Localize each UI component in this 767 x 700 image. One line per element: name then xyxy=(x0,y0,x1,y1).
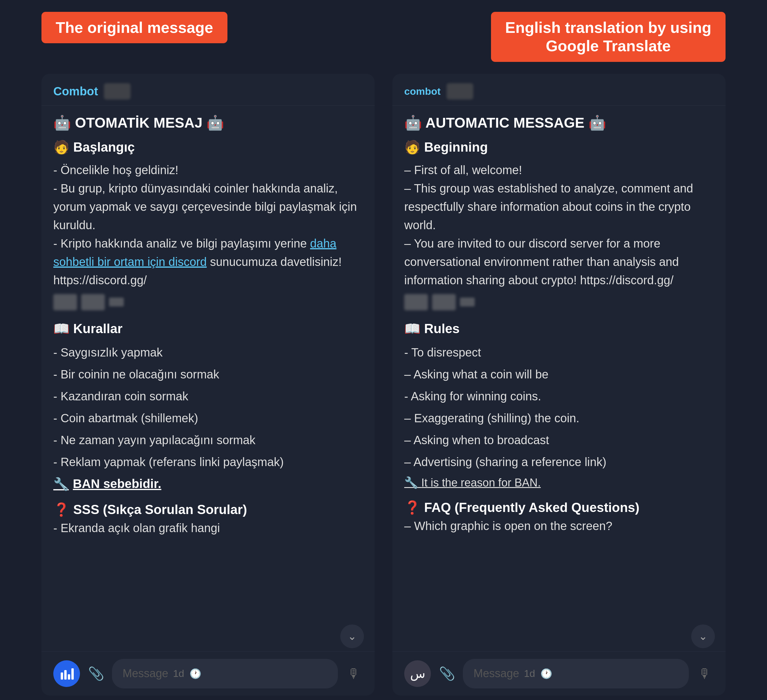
faq-section-right: ❓ FAQ (Frequently Asked Questions) – Whi… xyxy=(404,500,714,533)
blur-block-1 xyxy=(53,294,77,310)
rule-1-left: - Saygısızlık yapmak xyxy=(53,342,363,363)
attach-icon-left[interactable]: 📎 xyxy=(87,665,105,682)
message-input-area-left: 📎 Message 1d 🕐 🎙 xyxy=(87,659,363,689)
panel-header-left: Combot xyxy=(41,74,375,106)
scroll-down-button-left[interactable]: ⌄ xyxy=(340,625,364,648)
panel-content-right: 🤖 AUTOMATIC MESSAGE 🤖 🧑 Beginning – Firs… xyxy=(392,106,726,651)
message-title-left: 🤖 OTOMATİK MESAJ 🤖 xyxy=(53,115,363,131)
rules-section-right: 📖 Rules - To disrespect – Asking what a … xyxy=(404,321,714,489)
beginning-line-3: - Kripto hakkında analiz ve bilgi paylaş… xyxy=(53,237,307,250)
ban-label-right: It is the reason for BAN. xyxy=(422,476,541,489)
faq-line-right: – Which graphic is open on the screen? xyxy=(404,519,714,533)
beginning-body-left: - Öncelikle hoş geldiniz! - Bu grup, kri… xyxy=(53,161,363,289)
rules-section-left: 📖 Kurallar - Saygısızlık yapmak - Bir co… xyxy=(53,321,363,491)
rules-heading-left: 📖 Kurallar xyxy=(53,321,363,336)
panel-footer-right: س 📎 Message 1d 🕐 🎙 xyxy=(392,651,726,695)
rule-6-left: - Reklam yapmak (referans linki paylaşma… xyxy=(53,452,363,472)
rule-5-left: - Ne zaman yayın yapılacağını sormak xyxy=(53,430,363,450)
blurred-images-right xyxy=(404,294,714,310)
rules-heading-right: 📖 Rules xyxy=(404,321,714,336)
blur-block-r1 xyxy=(404,294,428,310)
blurred-images-left xyxy=(53,294,363,310)
beginning-line-1-right: – First of all, welcome! xyxy=(404,161,714,179)
message-input-right[interactable]: Message 1d 🕐 xyxy=(463,659,689,689)
ban-icon-left: 🔧 xyxy=(53,477,69,491)
faq-heading-right: ❓ FAQ (Frequently Asked Questions) xyxy=(404,500,714,515)
message-input-area-right: 📎 Message 1d 🕐 🎙 xyxy=(438,659,714,689)
rule-2-right: – Asking what a coin will be xyxy=(404,364,714,384)
avatar-blur-right xyxy=(447,83,473,100)
input-placeholder-right: Message xyxy=(474,667,519,680)
avatar-blur-left xyxy=(104,83,130,100)
rules-list-right: - To disrespect – Asking what a coin wil… xyxy=(404,342,714,472)
beginning-line-1: - Öncelikle hoş geldiniz! xyxy=(53,164,178,177)
ban-text-left: 🔧 BAN sebebidir. xyxy=(53,477,363,491)
panel-footer-left: 📎 Message 1d 🕐 🎙 xyxy=(41,651,375,695)
mic-icon-right[interactable]: 🎙 xyxy=(696,665,714,682)
ban-text-right: 🔧 It is the reason for BAN. xyxy=(404,476,714,489)
blur-block-3 xyxy=(109,298,124,307)
beginning-line-2: - Bu grup, kripto dünyasındaki coinler h… xyxy=(53,182,357,232)
clock-icon-left: 🕐 xyxy=(186,665,204,682)
blur-block-2 xyxy=(81,294,105,310)
beginning-body-right: – First of all, welcome! – This group wa… xyxy=(404,161,714,289)
svg-rect-2 xyxy=(68,674,70,679)
blur-block-r2 xyxy=(432,294,456,310)
beginning-heading-left: 🧑 Başlangıç xyxy=(53,140,363,155)
panel-header-right: combot xyxy=(392,74,726,106)
faq-section-left: ❓ SSS (Sıkça Sorulan Sorular) - Ekranda … xyxy=(53,502,363,535)
input-time-right: 1d xyxy=(524,668,535,679)
ban-icon-right: 🔧 xyxy=(404,476,418,489)
panel-content-left: 🤖 OTOMATİK MESAJ 🤖 🧑 Başlangıç - Öncelik… xyxy=(41,106,375,651)
ban-label-left: BAN sebebidir. xyxy=(73,477,161,491)
panels-container: Combot 🤖 OTOMATİK MESAJ 🤖 🧑 Başlangıç - … xyxy=(18,74,749,695)
top-labels-container: The original message combot English tran… xyxy=(18,12,749,62)
rule-1-right: - To disrespect xyxy=(404,342,714,363)
message-title-right: 🤖 AUTOMATIC MESSAGE 🤖 xyxy=(404,115,714,131)
beginning-line-2-right: – This group was established to analyze,… xyxy=(404,179,714,234)
rule-4-left: - Coin abartmak (shillemek) xyxy=(53,408,363,428)
beginning-section-left: 🧑 Başlangıç - Öncelikle hoş geldiniz! - … xyxy=(53,140,363,310)
svg-rect-1 xyxy=(64,670,67,679)
beginning-line-3-right: – You are invited to our discord server … xyxy=(404,234,714,289)
rule-4-right: – Exaggerating (shilling) the coin. xyxy=(404,408,714,428)
rule-3-right: - Asking for winning coins. xyxy=(404,386,714,406)
input-time-left: 1d xyxy=(173,668,184,679)
mic-icon-left[interactable]: 🎙 xyxy=(345,665,363,682)
sender-name-left: Combot xyxy=(53,85,98,98)
rule-3-left: - Kazandıran coin sormak xyxy=(53,386,363,406)
translation-panel: combot 🤖 AUTOMATIC MESSAGE 🤖 🧑 Beginning… xyxy=(392,74,726,695)
footer-avatar-right: س xyxy=(404,660,431,687)
sender-name-right: combot xyxy=(404,86,441,97)
translation-label: combot English translation by usingGoogl… xyxy=(491,12,726,62)
clock-icon-right: 🕐 xyxy=(538,665,555,682)
faq-title-right: ❓ FAQ (Frequently Asked Questions) xyxy=(404,500,640,515)
beginning-heading-right: 🧑 Beginning xyxy=(404,140,714,155)
attach-icon-right[interactable]: 📎 xyxy=(438,665,456,682)
svg-rect-0 xyxy=(61,673,63,679)
beginning-section-right: 🧑 Beginning – First of all, welcome! – T… xyxy=(404,140,714,310)
original-label: The original message xyxy=(41,12,228,43)
faq-title-left: ❓ SSS (Sıkça Sorulan Sorular) xyxy=(53,502,247,517)
rule-2-left: - Bir coinin ne olacağını sormak xyxy=(53,364,363,384)
input-placeholder-left: Message xyxy=(123,667,168,680)
rule-5-right: – Asking when to broadcast xyxy=(404,430,714,450)
rules-list-left: - Saygısızlık yapmak - Bir coinin ne ola… xyxy=(53,342,363,472)
faq-heading-left: ❓ SSS (Sıkça Sorulan Sorular) xyxy=(53,502,363,517)
rule-6-right: – Advertising (sharing a reference link) xyxy=(404,452,714,472)
footer-avatar-left xyxy=(53,660,80,687)
message-input-left[interactable]: Message 1d 🕐 xyxy=(112,659,338,689)
original-panel: Combot 🤖 OTOMATİK MESAJ 🤖 🧑 Başlangıç - … xyxy=(41,74,375,695)
blur-block-r3 xyxy=(460,298,475,307)
svg-rect-3 xyxy=(72,668,74,679)
scroll-down-button-right[interactable]: ⌄ xyxy=(691,625,715,648)
faq-line-left: - Ekranda açık olan grafik hangi xyxy=(53,522,363,535)
